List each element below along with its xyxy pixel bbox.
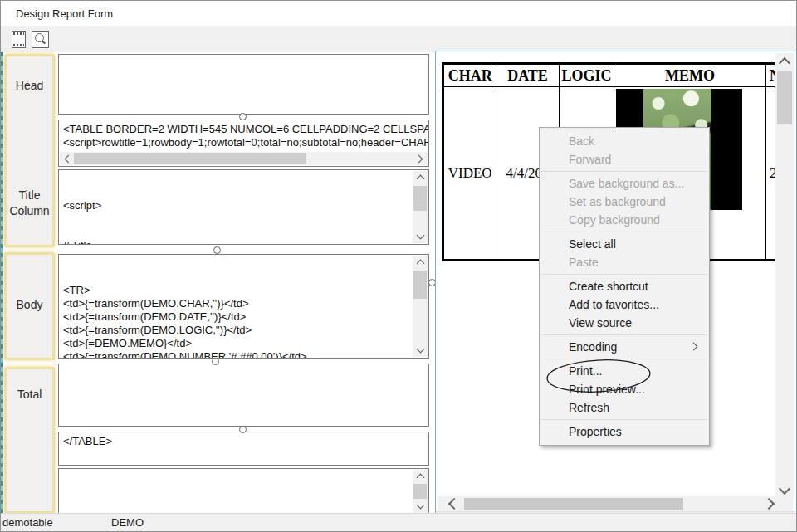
splitter-handle[interactable] [213,246,221,254]
total-code-field-text: </TABLE> [59,432,428,451]
menu-item-set-as-background[interactable]: Set as background [540,193,709,211]
scroll-right-icon[interactable] [413,152,428,165]
menu-separator [541,274,707,275]
head-top-field[interactable] [58,54,429,115]
menu-item-forward[interactable]: Forward [540,150,709,168]
menu-item-print[interactable]: Print... [540,362,709,380]
head-code-horizontal-scrollbar[interactable] [60,152,428,165]
left-edge-splitter-strip [1,52,3,515]
section-total-label-box: Total [4,367,55,514]
column-header-number: NUMBER [766,64,775,87]
body-code-field[interactable]: <TR> <td>{=transform(DEMO.CHAR,'')}</td>… [58,254,429,359]
section-head-title-label-box: Head Title Column [4,54,55,247]
status-table-name: demotable [2,516,53,529]
splitter-handle[interactable] [239,426,247,433]
splitter-handle[interactable] [212,358,219,365]
cell-number: 2, [766,87,775,261]
column-header-char: CHAR [443,64,496,87]
menu-separator [541,419,707,420]
scroll-up-icon[interactable] [413,171,428,184]
splitter-handle[interactable] [239,113,247,120]
scrollbar-thumb[interactable] [777,71,792,124]
preview-magnifier-icon[interactable] [32,31,49,48]
title-column-code-text: <script> // Title [59,170,428,245]
scroll-down-icon[interactable] [413,500,428,513]
menu-separator [541,171,707,172]
scrollbar-thumb[interactable] [74,153,306,164]
title-bar: Design Report Form [1,1,796,26]
menu-item-select-all[interactable]: Select all [540,235,709,253]
total-top-field[interactable] [58,364,429,427]
scroll-right-icon[interactable] [761,496,778,511]
total-bottom-field[interactable] [58,468,429,515]
column-header-date: DATE [496,64,559,87]
magnifier-handle-icon [42,41,46,44]
submenu-arrow-icon [691,344,699,349]
scrollbar-thumb[interactable] [464,498,683,510]
browser-context-menu: Back Forward Save background as... Set a… [539,127,710,446]
menu-item-copy-background[interactable]: Copy background [540,211,709,229]
menu-item-paste[interactable]: Paste [540,253,709,271]
title-column-vertical-scrollbar[interactable] [413,171,428,243]
body-section-label: Body [7,298,52,311]
menu-separator [541,359,707,359]
scroll-up-icon[interactable] [413,470,428,483]
total-code-field[interactable]: </TABLE> [58,432,429,466]
preview-horizontal-scrollbar[interactable] [438,496,793,511]
total-section-label: Total [7,388,52,401]
menu-item-add-to-favorites[interactable]: Add to favorites... [540,295,709,314]
column-header-logic: LOGIC [559,64,614,87]
head-top-field-text [59,55,428,60]
menu-item-encoding-label: Encoding [569,340,617,354]
window-title: Design Report Form [16,7,113,20]
toolbar: Apply Close ? [1,26,796,52]
scroll-left-icon[interactable] [60,152,75,165]
section-body-label-box: Body [4,252,55,360]
scroll-up-icon[interactable] [775,53,794,70]
title-column-section-label: Title Column [7,188,52,219]
total-bottom-vertical-scrollbar[interactable] [413,470,428,513]
status-bar: demotable DEMO [1,513,796,531]
scroll-down-icon[interactable] [413,344,428,357]
menu-separator [541,232,707,232]
scrollbar-thumb[interactable] [413,271,427,299]
column-header-memo: MEMO [614,64,766,87]
menu-item-properties[interactable]: Properties [540,422,709,441]
menu-item-create-shortcut[interactable]: Create shortcut [540,277,709,295]
table-header-row: CHAR DATE LOGIC MEMO NUMBER [443,64,775,87]
scroll-left-icon[interactable] [444,496,461,511]
status-alias: DEMO [111,516,144,529]
body-vertical-scrollbar[interactable] [413,256,428,357]
cell-char: VIDEO [443,87,496,261]
title-column-code-field[interactable]: <script> // Title [58,169,429,245]
menu-item-print-preview[interactable]: Print preview... [540,380,709,398]
total-bottom-field-text [59,469,428,474]
scroll-down-icon[interactable] [413,230,428,243]
scroll-up-icon[interactable] [413,256,428,269]
head-code-field[interactable]: <TABLE BORDER=2 WIDTH=545 NUMCOL=6 CELLP… [58,120,429,167]
scroll-down-icon[interactable] [775,481,794,498]
scrollbar-thumb[interactable] [413,186,427,211]
menu-item-save-background[interactable]: Save background as... [540,174,709,193]
design-report-form-window: Design Report Form Apply Close ? Head Ti… [0,0,797,532]
total-top-field-text [59,364,428,369]
head-section-label: Head [7,79,52,92]
menu-item-view-source[interactable]: View source [540,314,709,332]
report-form-icon[interactable] [12,31,26,48]
preview-vertical-scrollbar[interactable] [775,53,794,498]
body-code-field-text: <TR> <td>{=transform(DEMO.CHAR,'')}</td>… [59,255,428,359]
head-code-field-text: <TABLE BORDER=2 WIDTH=545 NUMCOL=6 CELLP… [59,120,428,152]
scrollbar-thumb[interactable] [413,484,427,499]
menu-separator [541,334,707,335]
menu-item-encoding[interactable]: Encoding [540,338,709,356]
menu-item-back[interactable]: Back [540,132,709,150]
menu-item-refresh[interactable]: Refresh [540,398,709,417]
